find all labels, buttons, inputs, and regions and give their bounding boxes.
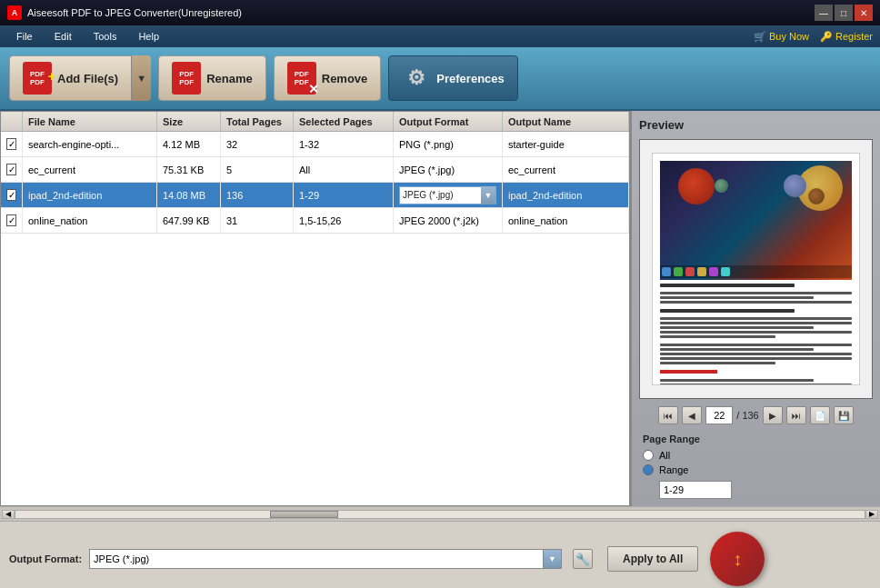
first-page-button[interactable]: ⏮ (658, 406, 678, 424)
output-format-row: Output Format: ▼ 🔧 Apply to All (9, 527, 871, 588)
menu-edit[interactable]: Edit (45, 29, 81, 44)
range-input[interactable] (659, 481, 732, 499)
scroll-track[interactable] (15, 510, 865, 519)
add-files-icon: PDF + (23, 62, 52, 95)
cart-icon: 🛒 (754, 31, 766, 43)
add-files-label: Add File(s) (57, 72, 118, 85)
last-page-button[interactable]: ⏭ (786, 406, 806, 424)
remove-icon: PDF ✕ (287, 62, 316, 95)
table-row[interactable]: online_nation 647.99 KB 31 1,5-15,26 JPE… (1, 208, 629, 234)
file-table: File Name Size Total Pages Selected Page… (0, 111, 630, 506)
close-button[interactable]: ✕ (855, 5, 873, 21)
preview-line (660, 335, 775, 338)
format-dropdown-text: JPEG (*.jpg) (400, 190, 481, 200)
menu-tools[interactable]: Tools (85, 29, 126, 44)
output-format-input[interactable] (89, 549, 544, 569)
key-icon: 🔑 (820, 31, 833, 43)
add-files-button[interactable]: PDF + Add File(s) (9, 55, 132, 101)
horizontal-scrollbar[interactable]: ◀ ▶ (0, 506, 880, 521)
th-filename: File Name (23, 112, 157, 131)
output-format-settings-button[interactable]: 🔧 (573, 549, 593, 569)
preferences-icon: ⚙ (402, 64, 431, 93)
preview-line (660, 348, 814, 351)
th-total-pages: Total Pages (221, 112, 294, 131)
preview-line (660, 292, 853, 294)
remove-button[interactable]: PDF ✕ Remove (274, 55, 382, 101)
table-row[interactable]: ec_current 75.31 KB 5 All JPEG (*.jpg) e… (1, 157, 629, 183)
row2-check[interactable] (1, 183, 23, 207)
row2-output-format[interactable]: JPEG (*.jpg) ▼ (394, 183, 503, 207)
prev-page-button[interactable]: ◀ (682, 406, 702, 424)
page-total: / 136 (736, 410, 758, 421)
preview-controls: ⏮ ◀ / 136 ▶ ⏭ 📄 💾 (639, 406, 873, 424)
row1-output-format: JPEG (*.jpg) (394, 157, 503, 182)
rename-button[interactable]: PDF Rename (158, 55, 266, 101)
preview-page (652, 153, 861, 385)
checkbox-2[interactable] (6, 189, 16, 201)
row2-filename: ipad_2nd-edition (23, 183, 157, 207)
next-page-button[interactable]: ▶ (763, 406, 783, 424)
preview-line (660, 357, 853, 360)
row1-selected-pages: All (294, 157, 394, 182)
scroll-thumb[interactable] (270, 511, 338, 518)
page-number-input[interactable] (705, 406, 733, 424)
preferences-label: Preferences (436, 72, 504, 85)
row2-total-pages: 136 (221, 183, 294, 207)
table-row[interactable]: search-engine-opti... 4.12 MB 32 1-32 PN… (1, 132, 629, 157)
all-radio[interactable] (643, 450, 654, 461)
row2-output-name: ipad_2nd-edition (503, 183, 629, 207)
table-row-selected[interactable]: ipad_2nd-edition 14.08 MB 136 1-29 JPEG … (1, 183, 629, 208)
format-dropdown-arrow[interactable]: ▼ (481, 186, 495, 204)
row0-selected-pages: 1-32 (294, 132, 394, 156)
row1-size: 75.31 KB (157, 157, 221, 182)
checkbox-1[interactable] (6, 164, 16, 175)
preferences-button[interactable]: ⚙ Preferences (388, 55, 517, 101)
format-dropdown-2[interactable]: JPEG (*.jpg) ▼ (399, 186, 496, 204)
checkbox-3[interactable] (6, 214, 16, 226)
output-format-dropdown-arrow[interactable]: ▼ (544, 549, 562, 569)
main-area: File Name Size Total Pages Selected Page… (0, 111, 880, 506)
th-selected-pages: Selected Pages (294, 112, 394, 131)
row0-check[interactable] (1, 132, 23, 156)
output-format-combo-wrapper: ▼ (89, 549, 562, 569)
title-bar-title: A Aiseesoft PDF to JPEG Converter(Unregi… (7, 5, 242, 20)
scroll-left-arrow[interactable]: ◀ (2, 510, 15, 519)
page-range-title: Page Range (643, 434, 869, 444)
range-radio[interactable] (643, 464, 654, 475)
minimize-button[interactable]: — (815, 5, 833, 21)
buy-now-button[interactable]: 🛒 Buy Now (754, 31, 809, 43)
save-button[interactable]: 💾 (834, 406, 854, 424)
row3-size: 647.99 KB (157, 208, 221, 233)
checkbox-0[interactable] (6, 138, 16, 150)
row0-total-pages: 32 (221, 132, 294, 156)
add-files-dropdown-arrow[interactable]: ▼ (131, 55, 151, 101)
pdf-convert-icon (705, 527, 769, 588)
row1-check[interactable] (1, 157, 23, 182)
rename-icon: PDF (172, 62, 201, 95)
preview-line (660, 309, 795, 313)
preview-line (660, 384, 853, 385)
app-icon: A (7, 5, 22, 20)
table-body: search-engine-opti... 4.12 MB 32 1-32 PN… (1, 132, 629, 505)
row3-check[interactable] (1, 208, 23, 233)
preview-line (660, 284, 795, 287)
apply-to-all-button[interactable]: Apply to All (607, 546, 698, 572)
scroll-right-arrow[interactable]: ▶ (865, 510, 878, 519)
maximize-button[interactable]: □ (835, 5, 853, 21)
row3-filename: online_nation (23, 208, 157, 233)
preview-line (660, 322, 853, 324)
all-radio-label: All (659, 450, 670, 461)
register-button[interactable]: 🔑 Register (820, 31, 873, 43)
preview-line (660, 362, 775, 364)
radio-dot (644, 467, 648, 473)
preview-line (660, 379, 814, 382)
row1-total-pages: 5 (221, 157, 294, 182)
preview-title: Preview (639, 118, 873, 132)
app-title: Aiseesoft PDF to JPEG Converter(Unregist… (27, 7, 242, 18)
preview-line (660, 301, 853, 304)
menu-file[interactable]: File (7, 29, 42, 44)
row3-selected-pages: 1,5-15,26 (294, 208, 394, 233)
range-radio-label: Range (659, 464, 688, 475)
copy-button[interactable]: 📄 (810, 406, 830, 424)
menu-help[interactable]: Help (129, 29, 168, 44)
